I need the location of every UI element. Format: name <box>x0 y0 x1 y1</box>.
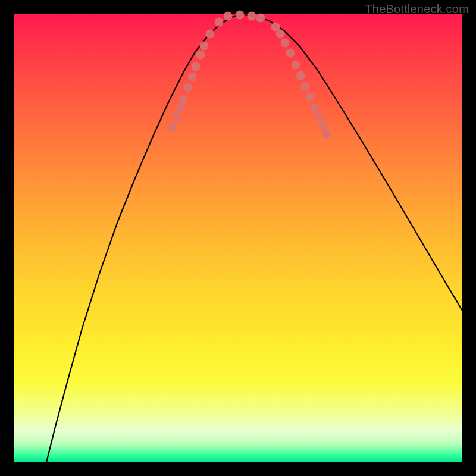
marker-dot <box>301 82 310 91</box>
bottleneck-curve-svg <box>14 14 462 462</box>
bottleneck-curve-path <box>46 15 462 462</box>
marker-dot <box>168 123 177 132</box>
marker-dot <box>315 113 324 122</box>
marker-dot <box>276 30 285 39</box>
marker-dot <box>179 95 188 104</box>
marker-dot <box>224 12 233 21</box>
marker-dot <box>184 83 193 92</box>
marker-dot <box>188 73 197 82</box>
curve-group <box>46 15 462 462</box>
marker-cluster-left <box>168 11 265 132</box>
marker-dot <box>319 122 328 131</box>
marker-dot <box>281 39 290 48</box>
marker-dot <box>292 61 300 70</box>
marker-cluster-right <box>271 23 331 139</box>
chart-frame: TheBottleneck.com <box>0 0 476 476</box>
marker-dot <box>206 30 215 39</box>
marker-dot <box>311 104 320 112</box>
marker-dot <box>286 49 295 58</box>
watermark-label: TheBottleneck.com <box>365 2 469 16</box>
marker-dot <box>248 12 256 21</box>
marker-dot <box>322 130 331 139</box>
marker-dot <box>200 42 209 51</box>
marker-dot <box>215 18 224 27</box>
marker-dot <box>256 14 265 23</box>
chart-plot-area <box>14 14 462 462</box>
marker-dot <box>176 104 185 113</box>
marker-dot <box>173 113 181 122</box>
marker-dot <box>236 11 245 20</box>
marker-dot <box>296 71 305 80</box>
marker-dot <box>192 62 201 71</box>
marker-dot <box>196 51 205 60</box>
marker-dot <box>306 93 315 102</box>
